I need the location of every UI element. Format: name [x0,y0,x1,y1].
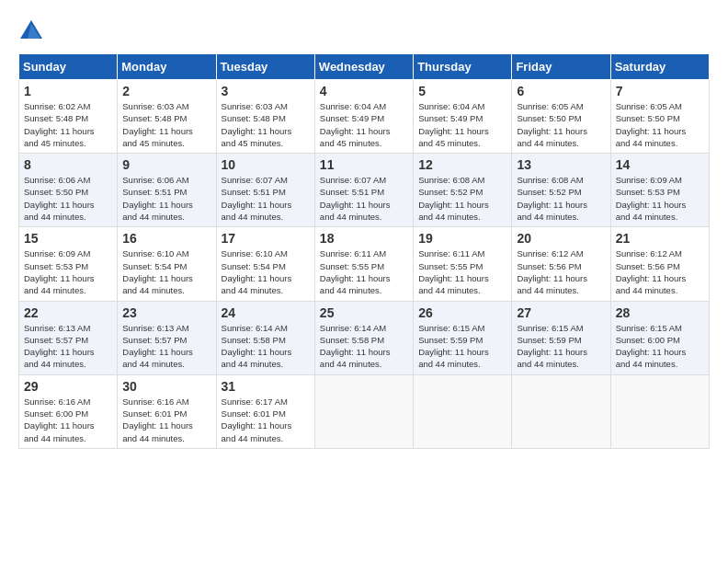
day-number: 5 [418,84,506,98]
day-info: Sunrise: 6:15 AMSunset: 6:00 PMDaylight:… [616,322,704,371]
day-info: Sunrise: 6:15 AMSunset: 5:59 PMDaylight:… [418,322,506,371]
calendar-cell: 26Sunrise: 6:15 AMSunset: 5:59 PMDayligh… [414,301,512,374]
day-info: Sunrise: 6:08 AMSunset: 5:52 PMDaylight:… [418,174,506,223]
day-number: 31 [222,379,310,394]
calendar-cell: 1Sunrise: 6:02 AMSunset: 5:48 PMDaylight… [19,80,118,154]
day-number: 15 [24,231,112,246]
calendar-cell: 27Sunrise: 6:15 AMSunset: 5:59 PMDayligh… [512,301,610,374]
day-info: Sunrise: 6:08 AMSunset: 5:52 PMDaylight:… [517,174,605,223]
calendar-cell: 16Sunrise: 6:10 AMSunset: 5:54 PMDayligh… [118,227,216,301]
day-info: Sunrise: 6:09 AMSunset: 5:53 PMDaylight:… [616,174,704,223]
calendar-week-row: 22Sunrise: 6:13 AMSunset: 5:57 PMDayligh… [19,301,710,374]
column-header-tuesday: Tuesday [216,54,314,80]
logo [18,18,48,44]
day-info: Sunrise: 6:04 AMSunset: 5:49 PMDaylight:… [320,100,408,149]
calendar-cell: 9Sunrise: 6:06 AMSunset: 5:51 PMDaylight… [118,154,216,227]
calendar-week-row: 29Sunrise: 6:16 AMSunset: 6:00 PMDayligh… [19,374,710,448]
day-number: 16 [122,231,210,246]
calendar-header-row: SundayMondayTuesdayWednesdayThursdayFrid… [19,54,710,80]
day-number: 18 [320,231,408,246]
day-number: 8 [24,157,112,172]
calendar-cell: 2Sunrise: 6:03 AMSunset: 5:48 PMDaylight… [118,80,216,154]
calendar-cell: 29Sunrise: 6:16 AMSunset: 6:00 PMDayligh… [19,374,118,448]
calendar-cell: 21Sunrise: 6:12 AMSunset: 5:56 PMDayligh… [610,227,709,301]
day-number: 23 [122,305,210,320]
column-header-sunday: Sunday [19,54,118,80]
column-header-friday: Friday [512,54,610,80]
calendar-cell: 5Sunrise: 6:04 AMSunset: 5:49 PMDaylight… [414,80,512,154]
day-info: Sunrise: 6:03 AMSunset: 5:48 PMDaylight:… [222,100,310,149]
day-info: Sunrise: 6:05 AMSunset: 5:50 PMDaylight:… [616,100,704,149]
day-number: 3 [222,84,310,98]
calendar-cell: 13Sunrise: 6:08 AMSunset: 5:52 PMDayligh… [512,154,610,227]
day-info: Sunrise: 6:13 AMSunset: 5:57 PMDaylight:… [24,322,112,371]
calendar-cell: 30Sunrise: 6:16 AMSunset: 6:01 PMDayligh… [118,374,216,448]
calendar-cell: 12Sunrise: 6:08 AMSunset: 5:52 PMDayligh… [414,154,512,227]
day-info: Sunrise: 6:11 AMSunset: 5:55 PMDaylight:… [418,247,506,296]
calendar-cell: 22Sunrise: 6:13 AMSunset: 5:57 PMDayligh… [19,301,118,374]
day-number: 2 [122,84,210,98]
day-info: Sunrise: 6:03 AMSunset: 5:48 PMDaylight:… [122,100,210,149]
column-header-saturday: Saturday [610,54,709,80]
column-header-thursday: Thursday [414,54,512,80]
column-header-monday: Monday [118,54,216,80]
day-number: 4 [320,84,408,98]
calendar-cell: 10Sunrise: 6:07 AMSunset: 5:51 PMDayligh… [216,154,314,227]
day-info: Sunrise: 6:17 AMSunset: 6:01 PMDaylight:… [222,396,310,444]
day-info: Sunrise: 6:14 AMSunset: 5:58 PMDaylight:… [222,322,310,371]
calendar-week-row: 8Sunrise: 6:06 AMSunset: 5:50 PMDaylight… [19,154,710,227]
day-info: Sunrise: 6:11 AMSunset: 5:55 PMDaylight:… [320,247,408,296]
day-number: 10 [222,157,310,172]
calendar-week-row: 1Sunrise: 6:02 AMSunset: 5:48 PMDaylight… [19,80,710,154]
calendar-cell: 19Sunrise: 6:11 AMSunset: 5:55 PMDayligh… [414,227,512,301]
calendar-cell: 6Sunrise: 6:05 AMSunset: 5:50 PMDaylight… [512,80,610,154]
day-info: Sunrise: 6:12 AMSunset: 5:56 PMDaylight:… [517,247,605,296]
day-number: 24 [222,305,310,320]
calendar-cell [314,374,413,448]
logo-icon [18,18,44,44]
day-number: 6 [517,84,605,98]
day-info: Sunrise: 6:13 AMSunset: 5:57 PMDaylight:… [122,322,210,371]
calendar-cell: 4Sunrise: 6:04 AMSunset: 5:49 PMDaylight… [314,80,413,154]
calendar-cell: 14Sunrise: 6:09 AMSunset: 5:53 PMDayligh… [610,154,709,227]
calendar-table: SundayMondayTuesdayWednesdayThursdayFrid… [18,53,710,449]
day-number: 19 [418,231,506,246]
day-info: Sunrise: 6:02 AMSunset: 5:48 PMDaylight:… [24,100,112,149]
day-number: 9 [122,157,210,172]
day-info: Sunrise: 6:07 AMSunset: 5:51 PMDaylight:… [222,174,310,223]
calendar-cell: 8Sunrise: 6:06 AMSunset: 5:50 PMDaylight… [19,154,118,227]
day-number: 20 [517,231,605,246]
calendar-cell: 15Sunrise: 6:09 AMSunset: 5:53 PMDayligh… [19,227,118,301]
day-number: 13 [517,157,605,172]
calendar-cell: 25Sunrise: 6:14 AMSunset: 5:58 PMDayligh… [314,301,413,374]
column-header-wednesday: Wednesday [314,54,413,80]
day-info: Sunrise: 6:10 AMSunset: 5:54 PMDaylight:… [222,247,310,296]
day-number: 28 [616,305,704,320]
day-info: Sunrise: 6:15 AMSunset: 5:59 PMDaylight:… [517,322,605,371]
day-number: 1 [24,84,112,98]
day-info: Sunrise: 6:06 AMSunset: 5:50 PMDaylight:… [24,174,112,223]
day-number: 21 [616,231,704,246]
calendar-cell: 18Sunrise: 6:11 AMSunset: 5:55 PMDayligh… [314,227,413,301]
calendar-week-row: 15Sunrise: 6:09 AMSunset: 5:53 PMDayligh… [19,227,710,301]
day-info: Sunrise: 6:10 AMSunset: 5:54 PMDaylight:… [122,247,210,296]
calendar-cell [512,374,610,448]
calendar-cell: 11Sunrise: 6:07 AMSunset: 5:51 PMDayligh… [314,154,413,227]
calendar-cell: 31Sunrise: 6:17 AMSunset: 6:01 PMDayligh… [216,374,314,448]
calendar-cell: 7Sunrise: 6:05 AMSunset: 5:50 PMDaylight… [610,80,709,154]
day-info: Sunrise: 6:16 AMSunset: 6:00 PMDaylight:… [24,396,112,444]
day-number: 12 [418,157,506,172]
day-number: 14 [616,157,704,172]
day-number: 11 [320,157,408,172]
calendar-cell [414,374,512,448]
day-number: 22 [24,305,112,320]
calendar-cell: 3Sunrise: 6:03 AMSunset: 5:48 PMDaylight… [216,80,314,154]
page-header [18,18,710,44]
day-info: Sunrise: 6:06 AMSunset: 5:51 PMDaylight:… [122,174,210,223]
calendar-cell: 17Sunrise: 6:10 AMSunset: 5:54 PMDayligh… [216,227,314,301]
day-info: Sunrise: 6:09 AMSunset: 5:53 PMDaylight:… [24,247,112,296]
day-number: 29 [24,379,112,394]
calendar-cell: 28Sunrise: 6:15 AMSunset: 6:00 PMDayligh… [610,301,709,374]
day-number: 26 [418,305,506,320]
day-info: Sunrise: 6:16 AMSunset: 6:01 PMDaylight:… [122,396,210,444]
